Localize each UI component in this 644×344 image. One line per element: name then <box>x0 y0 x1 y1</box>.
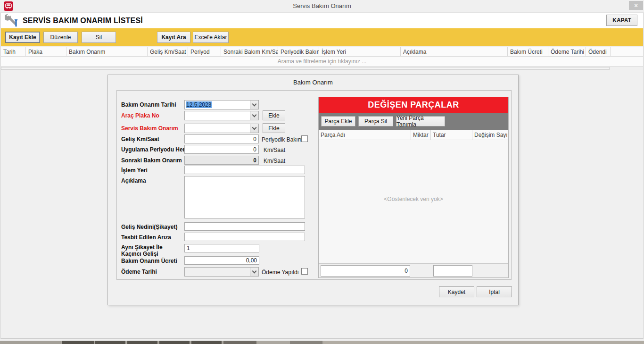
visit-count-label-line1: Aynı Şikayet İle <box>121 244 163 251</box>
visit-count-input[interactable]: 1 <box>184 244 259 252</box>
delete-record-button[interactable]: Sil <box>82 32 116 43</box>
complaint-label: Geliş Nedini(Şikayet) <box>121 224 177 230</box>
total-quantity-box: 0 <box>321 265 410 277</box>
date-label: Bakım Onarım Tarihi <box>121 101 176 108</box>
column-header-tarih[interactable]: Tarih <box>1 47 26 56</box>
period-input[interactable]: 0 <box>184 145 259 154</box>
next-maintenance-input: 0 <box>184 156 259 165</box>
bakim-onarim-dialog: Bakım Onarım Bakım Onarım Tarihi 12.5.20… <box>107 75 519 305</box>
save-button[interactable]: Kaydet <box>439 286 474 297</box>
column-header-plaka[interactable]: Plaka <box>26 47 66 56</box>
title-bar: Servis Bakım Onarım × <box>0 0 644 13</box>
parts-column-tutar[interactable]: Tutar <box>431 130 472 140</box>
description-textarea[interactable] <box>184 176 305 218</box>
date-combobox[interactable]: 12.5.2023 <box>184 100 259 109</box>
column-header-filler <box>611 47 643 56</box>
dialog-title: Bakım Onarım <box>108 79 518 86</box>
cancel-button[interactable]: İptal <box>477 286 512 297</box>
next-unit-label: Km/Saat <box>264 158 285 164</box>
periodic-maintenance-checkbox[interactable] <box>301 135 308 142</box>
add-service-button[interactable]: Ekle <box>263 123 285 133</box>
column-header-periyodik-bakim[interactable]: Periyodik Bakım <box>278 47 319 56</box>
define-part-button[interactable]: Yeni Parça Tanımla <box>396 116 445 126</box>
place-label: İşlem Yeri <box>121 167 148 174</box>
parts-totals-row: 0 <box>319 263 508 277</box>
column-header-gelis-km[interactable]: Geliş Km/Saat <box>148 47 188 56</box>
edit-record-button[interactable]: Düzenle <box>43 32 78 43</box>
empty-grid-row <box>1 67 610 70</box>
description-label: Açıklama <box>121 177 146 184</box>
changed-parts-panel: DEĞİŞEN PARÇALAR Parça Ekle Parça Sil Ye… <box>318 97 509 278</box>
arrival-km-label: Geliş Km/Saat <box>121 136 159 143</box>
plate-combobox[interactable] <box>184 111 259 120</box>
parts-header-row: Parça Adı Miktar Tutar Değişim Sayısı <box>319 130 508 140</box>
column-header-odeme-tarihi[interactable]: Ödeme Tarihi <box>548 47 586 56</box>
payment-date-combobox <box>184 267 259 277</box>
page-title: SERVİS BAKIM ONARIM LİSTESİ <box>23 17 143 25</box>
no-data-text: <Gösterilecek veri yok> <box>384 196 443 202</box>
add-part-button[interactable]: Parça Ekle <box>321 116 355 126</box>
column-header-islem-yeri[interactable]: İşlem Yeri <box>319 47 401 56</box>
period-unit-label: Km/Saat <box>264 147 285 153</box>
parts-column-parca-adi[interactable]: Parça Adı <box>319 130 411 140</box>
filter-hint-text: Arama ve filtreleme için tıklayınız ... <box>278 58 367 65</box>
paid-label: Ödeme Yapıldı <box>262 269 299 276</box>
parts-panel-title: DEĞİŞEN PARÇALAR <box>319 97 508 113</box>
service-label: Servis Bakım Onarım <box>121 125 178 132</box>
chevron-down-icon <box>250 268 258 276</box>
column-header-sonraki-bakim[interactable]: Sonraki Bakım Km/Saat <box>221 47 278 56</box>
page-header: SERVİS BAKIM ONARIM LİSTESİ KAPAT <box>1 13 643 28</box>
fee-input[interactable]: 0,00 <box>184 256 259 265</box>
column-header-periyod[interactable]: Periyod <box>188 47 221 56</box>
add-record-button[interactable]: Kayıt Ekle <box>5 32 40 43</box>
parts-column-miktar[interactable]: Miktar <box>411 130 431 140</box>
fault-label: Tesbit Edilen Arıza <box>121 234 171 241</box>
plate-label: Araç Plaka No <box>121 112 159 119</box>
column-header-aciklama[interactable]: Açıklama <box>401 47 508 56</box>
visit-count-label-line2: Kaçıncı Gelişi <box>121 251 158 257</box>
place-input[interactable] <box>184 166 305 174</box>
add-plate-button[interactable]: Ekle <box>263 110 285 120</box>
total-amount-box <box>433 265 472 277</box>
chevron-down-icon[interactable] <box>250 111 258 120</box>
list-header-row: Tarih Plaka Bakım Onarım Geliş Km/Saat P… <box>1 47 643 57</box>
parts-grid-body: <Gösterilecek veri yok> <box>319 140 508 263</box>
window-title: Servis Bakım Onarım <box>0 2 644 9</box>
kapat-button[interactable]: KAPAT <box>606 15 637 26</box>
chevron-down-icon[interactable] <box>250 124 258 133</box>
fault-input[interactable] <box>184 233 305 241</box>
column-header-odendi[interactable]: Ödendi <box>586 47 611 56</box>
parts-column-degisim-sayisi[interactable]: Değişim Sayısı <box>472 130 508 140</box>
payment-date-label: Ödeme Tarihi <box>121 268 157 275</box>
complaint-input[interactable] <box>184 222 305 231</box>
chevron-down-icon[interactable] <box>250 101 258 109</box>
column-header-bakim-onarim[interactable]: Bakım Onarım <box>66 47 148 56</box>
parts-toolbar: Parça Ekle Parça Sil Yeni Parça Tanımla <box>319 113 508 130</box>
service-combobox[interactable] <box>184 124 259 133</box>
periodic-maintenance-label: Periyodik Bakım <box>262 136 303 143</box>
search-record-button[interactable]: Kayıt Ara <box>157 32 190 43</box>
column-header-bakim-ucreti[interactable]: Bakım Ücreti <box>508 47 548 56</box>
remove-part-button[interactable]: Parça Sil <box>358 116 393 126</box>
paid-checkbox[interactable] <box>301 268 308 275</box>
filter-row[interactable]: Arama ve filtreleme için tıklayınız ... <box>1 57 643 67</box>
fee-label: Bakım Onarım Ücreti <box>121 258 177 264</box>
wrench-icon <box>5 14 21 29</box>
export-excel-button[interactable]: Excel'e Aktar <box>193 32 229 43</box>
taskbar[interactable] <box>0 341 644 344</box>
main-toolbar: Kayıt Ekle Düzenle Sil Kayıt Ara Excel'e… <box>1 28 643 46</box>
next-maintenance-label: Sonraki Bakım Onarım <box>121 157 182 164</box>
arrival-km-input[interactable]: 0 <box>184 134 259 143</box>
period-label: Uygulama Periyodu Her <box>121 146 185 153</box>
date-value: 12.5.2023 <box>186 101 212 108</box>
close-icon[interactable]: × <box>629 1 643 10</box>
